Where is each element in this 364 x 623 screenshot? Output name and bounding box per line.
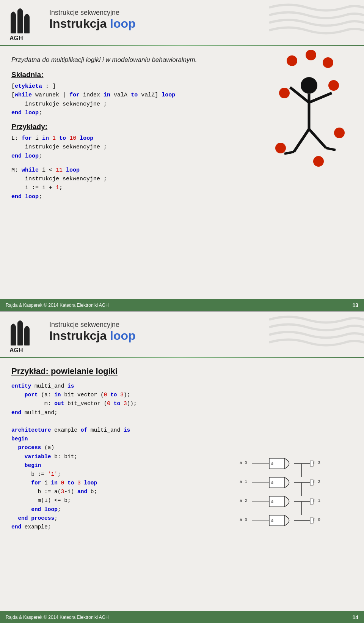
header-divider-2 bbox=[0, 357, 364, 358]
svg-rect-53 bbox=[310, 480, 313, 485]
svg-text:m_0: m_0 bbox=[313, 517, 320, 522]
slide-1-footer: Rajda & Kasperek © 2014 Katedra Elektron… bbox=[0, 299, 364, 311]
slide-1-title: Instrukcja loop bbox=[49, 17, 136, 31]
svg-text:AGH: AGH bbox=[9, 35, 23, 41]
svg-text:&: & bbox=[271, 500, 274, 504]
slide-2-title-plain: Instrukcja bbox=[49, 329, 110, 342]
svg-text:AGH: AGH bbox=[9, 347, 23, 353]
slide-2-header-text: Instrukcje sekwencyjne Instrukcja loop bbox=[49, 319, 136, 343]
circuit-diagram: a_0 a_1 a_2 a_3 & & & bbox=[239, 453, 356, 559]
example2-code: M: while i < 11 loop instrukcje sekwency… bbox=[11, 166, 353, 201]
code-bracket1: [etykieta : ] bbox=[11, 83, 56, 90]
slide-1-footer-text: Rajda & Kasperek © 2014 Katedra Elektron… bbox=[6, 303, 109, 308]
svg-text:a_0: a_0 bbox=[240, 461, 247, 465]
svg-rect-2 bbox=[17, 11, 23, 33]
svg-line-20 bbox=[326, 148, 336, 150]
slide-2-title: Instrukcja loop bbox=[49, 329, 136, 343]
svg-rect-1 bbox=[11, 14, 16, 33]
slide-2-footer-text: Rajda & Kasperek © 2014 Katedra Elektron… bbox=[6, 615, 109, 620]
svg-point-7 bbox=[323, 57, 333, 68]
svg-point-6 bbox=[306, 50, 316, 60]
svg-rect-54 bbox=[310, 499, 313, 504]
svg-rect-23 bbox=[24, 328, 30, 345]
svg-rect-21 bbox=[11, 326, 16, 345]
svg-point-12 bbox=[313, 156, 324, 167]
svg-line-18 bbox=[309, 129, 326, 148]
svg-point-8 bbox=[328, 80, 339, 91]
slide-1-header-text: Instrukcje sekwencyjne Instrukcja loop bbox=[49, 7, 136, 31]
svg-point-9 bbox=[279, 88, 290, 98]
header-divider bbox=[0, 45, 364, 46]
agh-logo-2: AGH bbox=[8, 319, 42, 353]
svg-point-5 bbox=[287, 55, 297, 66]
svg-text:a_1: a_1 bbox=[240, 479, 247, 484]
svg-line-17 bbox=[294, 129, 309, 152]
slide-1-title-loop: loop bbox=[110, 17, 136, 30]
slide-2-footer: Rajda & Kasperek © 2014 Katedra Elektron… bbox=[0, 611, 364, 623]
slide-1-header: AGH Instrukcje sekwencyjne Instrukcja lo… bbox=[0, 0, 364, 45]
svg-point-10 bbox=[334, 128, 345, 138]
slide-gap bbox=[0, 311, 364, 312]
svg-text:a_2: a_2 bbox=[240, 498, 247, 503]
svg-point-13 bbox=[301, 77, 317, 94]
slide-2-header: AGH Instrukcje sekwencyjne Instrukcja lo… bbox=[0, 312, 364, 357]
example-heading: Przykład: powielanie logiki bbox=[11, 366, 353, 376]
juggler-illustration bbox=[269, 49, 353, 171]
slide-2-subtitle: Instrukcje sekwencyjne bbox=[49, 321, 136, 329]
svg-line-19 bbox=[284, 152, 294, 154]
slide-2-title-loop: loop bbox=[110, 329, 136, 342]
slide-1-title-plain: Instrukcja bbox=[49, 17, 110, 30]
slide-1: AGH Instrukcje sekwencyjne Instrukcja lo… bbox=[0, 0, 364, 311]
svg-line-16 bbox=[309, 93, 332, 103]
svg-text:&: & bbox=[271, 519, 274, 523]
svg-text:a_3: a_3 bbox=[240, 517, 247, 522]
svg-rect-55 bbox=[310, 518, 313, 523]
slide-1-subtitle: Instrukcje sekwencyjne bbox=[49, 9, 136, 17]
svg-text:m_3: m_3 bbox=[313, 461, 320, 465]
slide-1-page-number: 13 bbox=[352, 302, 358, 308]
svg-text:m_1: m_1 bbox=[313, 498, 320, 503]
agh-logo: AGH bbox=[8, 7, 42, 41]
code-syntax-line3: instrukcje sekwencyjne ; bbox=[11, 101, 107, 107]
svg-point-11 bbox=[275, 143, 286, 153]
svg-text:&: & bbox=[271, 481, 274, 485]
svg-rect-22 bbox=[17, 323, 23, 345]
slide-2: AGH Instrukcje sekwencyjne Instrukcja lo… bbox=[0, 312, 364, 623]
code-syntax-line2: [while warunek | for index in valA to va… bbox=[11, 92, 175, 98]
svg-rect-52 bbox=[310, 461, 313, 466]
code-syntax-line4: end loop; bbox=[11, 110, 42, 116]
svg-text:m_2: m_2 bbox=[313, 479, 320, 484]
svg-text:&: & bbox=[271, 462, 274, 466]
slide-2-page-number: 14 bbox=[352, 614, 358, 620]
svg-rect-3 bbox=[24, 16, 30, 33]
